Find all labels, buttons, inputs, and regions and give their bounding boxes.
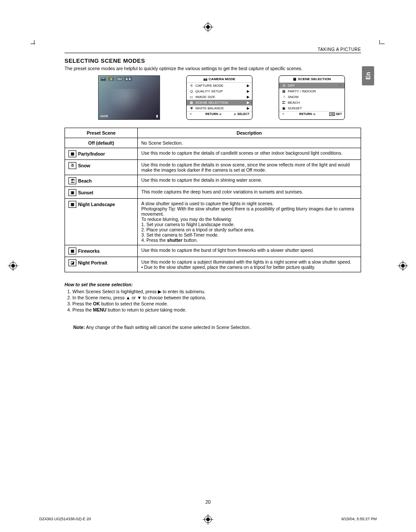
menu-title-text: CAMERA MODE [209, 77, 235, 81]
down-triangle-icon: ▼ [282, 112, 285, 115]
scene-desc-cell: Use this mode to capture the burst of li… [138, 245, 361, 257]
scene-name: Off (default) [88, 140, 114, 146]
page-number: 20 [0, 499, 416, 505]
menu-item-label: CAPTURE MODE [195, 84, 223, 88]
menu-item-label: OFF [288, 84, 295, 88]
menu-item-icon: ▦ [189, 101, 194, 105]
scene-name: Night Portrait [78, 260, 107, 265]
crop-tick [380, 44, 385, 44]
osd-camera-icon: 📷 [100, 77, 106, 81]
scene-desc-cell: Use this mode to capture the details in … [138, 175, 361, 187]
scene-name-cell: ▦Night Landscape [65, 199, 138, 245]
osd-bottom: AWB ▮ [100, 114, 158, 118]
scene-mode-icon: ☃ [68, 162, 76, 169]
menu-footer: ▼ RETURN ◀ OK SET [279, 111, 344, 117]
scene-desc-cell: No Scene Selection. [138, 138, 361, 148]
howto-section: How to set the scene selection: When Sce… [65, 282, 361, 312]
table-header-desc: Description [138, 128, 361, 138]
scene-desc-cell: This mode captures the deep hues and col… [138, 187, 361, 199]
menu-item-label: SNOW [288, 95, 299, 99]
menu-item: ▦PARTY / INDOOR [279, 88, 344, 94]
menu-item: ☃SNOW [279, 94, 344, 100]
osd-flash-icon: ⚡ [108, 77, 114, 81]
scene-mode-icon: ▦ [68, 150, 76, 157]
section-intro: The preset scene modes are helpful to qu… [65, 66, 361, 71]
scene-mode-icon: ⛱ [68, 177, 76, 184]
menu-footer: ▼ RETURN ◀ ▶ SELECT [187, 111, 252, 117]
scene-name-cell: ▦Fireworks [65, 245, 138, 257]
note-text: Any change of the flash setting will can… [85, 325, 251, 330]
menu-item-label: WHITE BALANCE [195, 106, 224, 110]
howto-step: When Scenes Select is highlighted, press… [72, 289, 361, 294]
menu-item-icon: ⎘ [189, 84, 194, 88]
scene-desc-cell: A slow shutter speed is used to capture … [138, 199, 361, 245]
footer-timestamp: 6/15/04, 5:55:27 PM [341, 517, 377, 521]
table-header-scene: Preset Scene [65, 128, 138, 138]
registration-bottom [203, 514, 213, 525]
scene-name: Beach [78, 178, 92, 183]
scene-name-cell: ☃Snow [65, 160, 138, 175]
illustration-row: 📷 ⚡ 3M ★★ AWB ▮ 📷 CAMERA MODE ⎘CAPTURE M… [82, 75, 361, 120]
menu-item-icon: ⊘ [282, 84, 286, 88]
registration-top [203, 22, 213, 32]
table-row: ☃SnowUse this mode to capture the detail… [65, 160, 361, 175]
registration-right [398, 261, 408, 271]
scene-name-cell: ▦Party/Indoor [65, 148, 138, 160]
scene-name-cell: Off (default) [65, 138, 138, 148]
chevron-right-icon: ▶ [247, 101, 249, 105]
registration-left [8, 261, 18, 271]
scene-icon: ▦ [293, 77, 297, 81]
menu-item-label: BEACH [288, 101, 300, 105]
howto-step: Press the MENU button to return to pictu… [72, 307, 361, 312]
menu-item-label: SCENE SELECTION [195, 101, 228, 105]
lcd-preview-illustration: 📷 ⚡ 3M ★★ AWB ▮ [98, 75, 160, 120]
osd-battery-icon: ▮ [156, 114, 158, 118]
menu-item: ▭IMAGE SIZE▶ [187, 94, 252, 100]
select-label: SELECT [237, 112, 249, 115]
scene-mode-icon: ▦ [68, 247, 76, 254]
menu-item: ⎘CAPTURE MODE▶ [187, 83, 252, 88]
menu-item-icon: ▦ [282, 89, 286, 93]
down-triangle-icon: ▼ [189, 112, 192, 115]
menu-item-icon: ▣ [282, 106, 286, 110]
scene-modes-table: Preset Scene Description Off (default)No… [65, 128, 361, 272]
table-row: ▦FireworksUse this mode to capture the b… [65, 245, 361, 257]
menu-item-label: SUNSET [288, 106, 302, 110]
scene-name: Fireworks [78, 248, 100, 254]
footer-filename: DZ4363 UG(514338-02)-E 20 [39, 517, 91, 521]
return-label: RETURN [205, 112, 218, 115]
breadcrumb: TAKING A PICTURE [65, 47, 361, 53]
table-row: ▣SunsetThis mode captures the deep hues … [65, 187, 361, 199]
menu-item-label: IMAGE SIZE [195, 95, 215, 99]
scene-desc-cell: Use this mode to capture the details in … [138, 160, 361, 175]
ok-badge: OK [329, 112, 335, 116]
table-row: ◪Night PortraitUse this mode to capture … [65, 257, 361, 272]
chevron-right-icon: ▶ [247, 89, 249, 93]
menu-item-icon: ☃ [282, 95, 286, 99]
table-row: Off (default)No Scene Selection. [65, 138, 361, 148]
menu-item-icon: Q [189, 89, 194, 93]
menu-title: 📷 CAMERA MODE [187, 76, 252, 83]
scene-name-cell: ▣Sunset [65, 187, 138, 199]
menu-item-icon: ✾ [189, 106, 194, 110]
chevron-right-icon: ▶ [247, 95, 249, 99]
right-triangle-icon: ▶ [234, 112, 236, 115]
scene-mode-icon: ▣ [68, 189, 76, 196]
chevron-right-icon: ▶ [247, 84, 249, 88]
scene-name-cell: ⛱Beach [65, 175, 138, 187]
osd-quality: ★★ [124, 77, 132, 81]
menu-title-text: SCENE SELECTION [298, 77, 331, 81]
menu-item-label: PARTY / INDOOR [288, 89, 316, 93]
left-triangle-icon: ◀ [313, 112, 315, 115]
left-triangle-icon: ◀ [219, 112, 221, 115]
menu-item-label: QUALITY SETUP [195, 89, 223, 93]
table-row: ▦Night LandscapeA slow shutter speed is … [65, 199, 361, 245]
scene-name: Sunset [78, 190, 93, 195]
scene-desc-cell: Use this mode to capture a subject illum… [138, 257, 361, 272]
crop-tick [379, 40, 380, 44]
menu-title: ▦ SCENE SELECTION [279, 76, 344, 83]
menu-item-icon: ▭ [189, 95, 194, 99]
menu-item: ⛱BEACH [279, 100, 344, 105]
scene-name: Party/Indoor [78, 151, 105, 156]
return-label: RETURN [299, 112, 312, 115]
